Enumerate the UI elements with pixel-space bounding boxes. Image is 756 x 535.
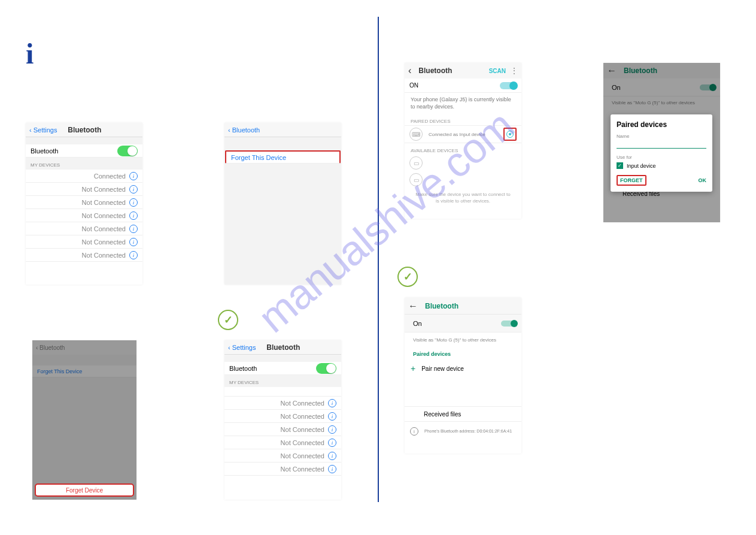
plus-icon: + [411, 364, 415, 373]
device-row[interactable]: Not Connectedi [224, 397, 341, 410]
forget-button[interactable]: FORGET [617, 175, 646, 186]
page-title: Bluetooth [266, 343, 300, 352]
toggle-on[interactable] [316, 363, 336, 374]
vertical-separator [378, 17, 379, 502]
device-row[interactable]: Not Connectedi [224, 463, 341, 476]
bluetooth-toggle-row[interactable]: Bluetooth [26, 144, 142, 158]
pair-new-row[interactable]: + Pair new device [405, 361, 521, 376]
android-samsung-bluetooth: ‹ Bluetooth SCAN ⋮ ON Your phone (Galaxy… [405, 63, 521, 219]
section-header: AVAILABLE DEVICES [405, 143, 521, 155]
back-button[interactable]: ‹ Settings [228, 344, 256, 351]
scan-button[interactable]: SCAN [489, 68, 506, 74]
section-header: PAIRED DEVICES [405, 114, 521, 125]
section-header: MY DEVICES [26, 158, 142, 170]
info-icon[interactable]: i [328, 425, 336, 434]
nav-bar: ‹ Settings Bluetooth [26, 123, 142, 137]
page-title: Bluetooth [418, 67, 452, 75]
available-device-row[interactable]: ▭ [405, 155, 521, 171]
info-icon[interactable]: i [129, 251, 138, 259]
back-button[interactable]: ‹ [408, 65, 411, 76]
bluetooth-label: Bluetooth [229, 365, 257, 372]
paired-header: Paired devices [405, 347, 521, 361]
bluetooth-label: Bluetooth [31, 147, 58, 155]
menu-icon[interactable]: ⋮ [511, 67, 518, 75]
visibility-text: Visible as "Moto G (5)" to other devices [405, 333, 521, 347]
check-icon: ✓ [397, 267, 418, 287]
android-moto-bluetooth: ← Bluetooth On Visible as "Moto G (5)" t… [405, 298, 521, 454]
toggle-on[interactable] [500, 82, 517, 89]
ok-button[interactable]: OK [699, 177, 707, 183]
forget-this-device-row[interactable]: Forget This Device [225, 150, 341, 164]
back-button[interactable]: ‹ Settings [29, 126, 57, 134]
bluetooth-toggle-row[interactable]: Bluetooth [224, 362, 341, 375]
device-row[interactable]: Not Connectedi [224, 423, 341, 436]
app-bar: ← Bluetooth [405, 298, 521, 315]
name-label: Name [617, 134, 706, 139]
info-icon[interactable]: i [129, 238, 138, 246]
bluetooth-toggle-row[interactable]: On [405, 315, 521, 333]
toggle-on[interactable] [501, 321, 517, 327]
input-device-checkbox[interactable]: ✓ Input device [617, 162, 706, 169]
page-title: Bluetooth [68, 126, 101, 134]
paired-device-row[interactable]: ⌨ Connected as Input device [405, 125, 521, 143]
device-row[interactable]: Not Connectedi [26, 196, 142, 209]
device-row-connected[interactable]: Connected i [26, 170, 142, 183]
received-files-row[interactable]: Received files [405, 406, 521, 422]
page-title: Bluetooth [425, 302, 459, 310]
use-for-label: Use for [617, 155, 706, 160]
device-row[interactable]: Not Connectedi [26, 209, 142, 222]
gear-icon[interactable] [503, 128, 517, 141]
info-icon[interactable]: i [328, 412, 336, 421]
dialog-title: Paired devices [617, 120, 706, 129]
name-input[interactable] [617, 139, 706, 149]
info-icon[interactable]: i [129, 172, 138, 180]
paired-devices-dialog: Paired devices Name Use for ✓ Input devi… [611, 114, 712, 192]
nav-bar: ‹ Bluetooth [224, 123, 341, 137]
ios-forget-screen: ‹ Bluetooth Forget This Device [224, 123, 341, 285]
device-icon: ▭ [409, 156, 423, 170]
back-button[interactable]: ← [408, 301, 418, 312]
section-header: MY DEVICES [224, 375, 341, 387]
dim-overlay [32, 340, 136, 500]
ios-bluetooth-result: ‹ Settings Bluetooth Bluetooth MY DEVICE… [224, 340, 341, 500]
hint-text: Make sure the device you want to connect… [405, 188, 521, 208]
available-device-row[interactable]: ▭ [405, 171, 521, 188]
info-icon[interactable]: i [129, 185, 138, 194]
info-icon[interactable]: i [129, 211, 138, 220]
device-row[interactable]: Not Connectedi [26, 222, 142, 235]
info-icon[interactable]: i [328, 452, 336, 460]
info-icon: i [26, 37, 34, 70]
device-row[interactable]: Not Connectedi [26, 235, 142, 249]
android-moto-dialog: ← Bluetooth On Visible as "Moto G (5)" t… [603, 63, 720, 222]
info-icon[interactable]: i [129, 225, 138, 233]
forget-device-button[interactable]: Forget Device [35, 483, 134, 497]
bluetooth-toggle-row[interactable]: ON [405, 78, 521, 93]
visibility-text: Your phone (Galaxy J5) is currently visi… [405, 93, 521, 114]
app-bar: ‹ Bluetooth SCAN ⋮ [405, 63, 521, 78]
info-icon: i [410, 427, 418, 436]
device-row[interactable]: Not Connectedi [26, 249, 142, 262]
keyboard-icon: ⌨ [409, 128, 423, 141]
info-icon[interactable]: i [328, 465, 336, 473]
info-icon[interactable]: i [328, 399, 336, 407]
device-row[interactable]: Not Connectedi [224, 449, 341, 463]
back-button[interactable]: ‹ Bluetooth [228, 126, 260, 134]
info-icon[interactable]: i [328, 439, 336, 447]
nav-bar: ‹ Settings Bluetooth [224, 340, 341, 355]
ios-forget-confirm: ‹ Bluetooth Forget This Device Forget De… [32, 340, 136, 500]
ios-bluetooth-settings: ‹ Settings Bluetooth Bluetooth MY DEVICE… [26, 123, 142, 285]
device-icon: ▭ [409, 173, 423, 186]
check-icon: ✓ [218, 310, 238, 330]
toggle-on[interactable] [117, 146, 138, 156]
device-row[interactable]: Not Connectedi [224, 410, 341, 423]
info-icon[interactable]: i [129, 198, 138, 207]
device-row[interactable]: Not Connectedi [26, 183, 142, 196]
device-row[interactable]: Not Connectedi [224, 436, 341, 449]
bt-address-row: i Phone's Bluetooth address: D0:04:01:2F… [405, 422, 521, 441]
